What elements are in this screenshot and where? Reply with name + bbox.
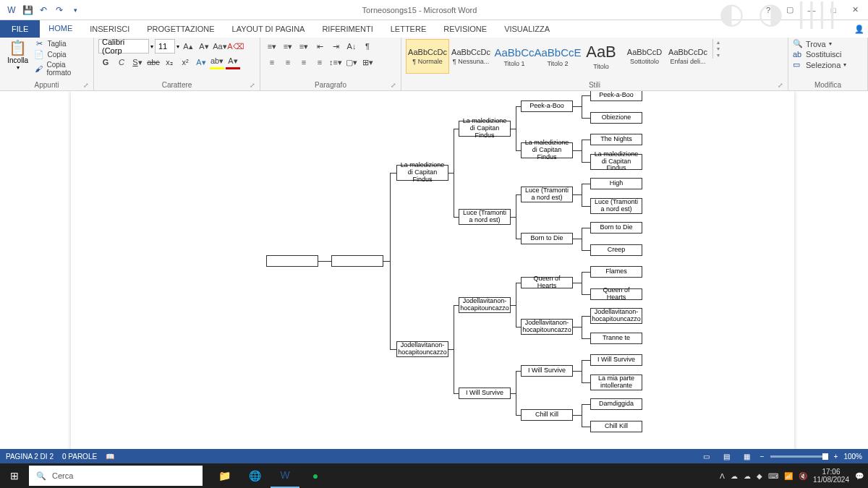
style-item-3[interactable]: AaBbCcETitolo 2 — [536, 39, 579, 74]
zoom-level[interactable]: 100% — [843, 453, 862, 461]
tray-weather-icon[interactable]: ☁ — [731, 472, 738, 480]
tray-volume-icon[interactable]: 🔇 — [799, 472, 807, 480]
copy-button[interactable]: 📄Copia — [34, 50, 89, 59]
page-indicator[interactable]: PAGINA 2 DI 2 — [6, 453, 54, 461]
italic-button[interactable]: C — [114, 55, 129, 69]
bracket-r4-1: Luce (Tramonti a nord est) — [459, 209, 511, 225]
borders-button[interactable]: ⊞▾ — [360, 55, 375, 69]
cut-button[interactable]: ✂Taglia — [34, 39, 89, 48]
start-button[interactable]: ⊞ — [0, 470, 29, 481]
bracket-winner — [266, 255, 318, 267]
app-file-explorer[interactable]: 📁 — [210, 463, 239, 488]
font-name-select[interactable]: Calibri (Corp — [98, 39, 149, 53]
style-item-6[interactable]: AaBbCcDcEnfasi deli... — [666, 39, 710, 74]
zoom-in-icon[interactable]: + — [834, 453, 838, 461]
read-mode-icon[interactable]: ▭ — [699, 450, 714, 462]
styles-more[interactable]: ▴▾▾ — [712, 39, 723, 59]
line-spacing-button[interactable]: ↕≡▾ — [328, 55, 343, 69]
grow-font-icon[interactable]: A▴ — [181, 39, 195, 53]
align-center-button[interactable]: ≡ — [281, 55, 295, 69]
tab-file[interactable]: FILE — [0, 20, 40, 38]
align-right-button[interactable]: ≡ — [297, 55, 311, 69]
increase-indent-button[interactable]: ⇥ — [328, 39, 343, 53]
tab-home[interactable]: HOME — [40, 20, 81, 38]
save-icon[interactable]: 💾 — [22, 4, 33, 16]
undo-icon[interactable]: ↶ — [38, 4, 49, 16]
tray-wifi-icon[interactable]: 📶 — [784, 472, 793, 480]
tab-design[interactable]: PROGETTAZIONE — [138, 20, 223, 38]
tab-layout[interactable]: LAYOUT DI PAGINA — [224, 20, 314, 38]
tray-clock[interactable]: 17:06 11/08/2024 — [813, 468, 849, 484]
word-count[interactable]: 0 PAROLE — [62, 453, 97, 461]
justify-button[interactable]: ≡ — [312, 55, 327, 69]
font-size-select[interactable]: 11 — [155, 39, 175, 53]
taskbar-search[interactable]: 🔍 Cerca — [29, 466, 203, 486]
styles-gallery[interactable]: AaBbCcDc¶ NormaleAaBbCcDc¶ Nessuna...AaB… — [406, 39, 710, 74]
bracket-r16-15: Chill Kill — [590, 421, 642, 432]
document-area[interactable]: Peek-a-BooObiezioneThe NightsLa maledizi… — [0, 91, 868, 463]
tray-lang-icon[interactable]: ⌨ — [768, 472, 778, 480]
zoom-slider[interactable] — [770, 455, 828, 458]
format-painter-button[interactable]: 🖌Copia formato — [34, 61, 89, 77]
tray-onedrive-icon[interactable]: ☁ — [744, 472, 751, 480]
text-effects-button[interactable]: A▾ — [194, 55, 208, 69]
paste-icon: 📋 — [9, 39, 27, 56]
underline-button[interactable]: S▾ — [130, 55, 145, 69]
style-item-2[interactable]: AaBbCcTitolo 1 — [493, 39, 536, 74]
subscript-button[interactable]: x₂ — [162, 55, 176, 69]
tab-review[interactable]: REVISIONE — [435, 20, 495, 38]
web-layout-icon[interactable]: ▦ — [740, 450, 754, 462]
style-item-1[interactable]: AaBbCcDc¶ Nessuna... — [449, 39, 493, 74]
redo-icon[interactable]: ↷ — [54, 4, 65, 16]
bullets-button[interactable]: ≡▾ — [265, 39, 279, 53]
tab-references[interactable]: RIFERIMENTI — [313, 20, 381, 38]
highlight-button[interactable]: ab▾ — [210, 55, 224, 69]
shrink-font-icon[interactable]: A▾ — [197, 39, 211, 53]
paste-dropdown-icon[interactable]: ▾ — [17, 64, 20, 71]
clear-format-icon[interactable]: A⌫ — [229, 39, 243, 53]
bold-button[interactable]: G — [98, 55, 113, 69]
bracket-r8-5: Jodellavitanon-hocapitouncazzo — [521, 319, 573, 335]
zoom-out-icon[interactable]: − — [760, 453, 765, 461]
change-case-icon[interactable]: Aa▾ — [213, 39, 227, 53]
font-launcher-icon[interactable]: ⤢ — [250, 82, 255, 89]
align-left-button[interactable]: ≡ — [265, 55, 279, 69]
paragraph-launcher-icon[interactable]: ⤢ — [391, 82, 396, 89]
superscript-button[interactable]: x² — [178, 55, 192, 69]
find-button[interactable]: 🔍Trova▾ — [793, 39, 846, 48]
style-item-5[interactable]: AaBbCcDSottotitolo — [623, 39, 666, 74]
tab-view[interactable]: VISUALIZZA — [495, 20, 558, 38]
close-icon[interactable]: ✕ — [845, 3, 865, 17]
styles-launcher-icon[interactable]: ⤢ — [778, 82, 783, 89]
numbering-button[interactable]: ≡▾ — [281, 39, 295, 53]
style-item-0[interactable]: AaBbCcDc¶ Normale — [406, 39, 449, 74]
tray-notifications-icon[interactable]: 💬 — [855, 472, 864, 480]
tab-mailings[interactable]: LETTERE — [382, 20, 435, 38]
style-item-4[interactable]: AaBTitolo — [579, 39, 623, 74]
proofing-icon[interactable]: 📖 — [106, 453, 114, 461]
app-spotify[interactable]: ● — [301, 463, 330, 488]
clipboard-launcher-icon[interactable]: ⤢ — [83, 82, 89, 89]
app-chrome[interactable]: 🌐 — [240, 463, 269, 488]
qat-more-icon[interactable]: ▾ — [69, 4, 81, 16]
paste-button[interactable]: 📋 Incolla ▾ — [4, 39, 31, 71]
bracket-r16-5: Luce (Tramonti a nord est) — [590, 198, 642, 214]
print-layout-icon[interactable]: ▤ — [720, 450, 734, 462]
bracket-r8-3: Born to Die — [521, 233, 573, 244]
decrease-indent-button[interactable]: ⇤ — [312, 39, 327, 53]
tray-app-icon[interactable]: ◆ — [757, 472, 762, 480]
sort-button[interactable]: A↓ — [344, 39, 359, 53]
shading-button[interactable]: ▢▾ — [344, 55, 359, 69]
select-button[interactable]: ▭Seleziona▾ — [793, 60, 846, 69]
strike-button[interactable]: abc — [146, 55, 161, 69]
font-color-button[interactable]: A▾ — [226, 55, 240, 69]
multilevel-button[interactable]: ≡▾ — [297, 39, 311, 53]
account-icon[interactable]: 👤 — [851, 20, 868, 38]
bracket-r16-12: I Will Survive — [590, 354, 642, 366]
show-marks-button[interactable]: ¶ — [360, 39, 375, 53]
replace-button[interactable]: abSostituisci — [793, 50, 846, 59]
app-word[interactable]: W — [271, 463, 299, 488]
tab-insert[interactable]: INSERISCI — [81, 20, 138, 38]
bracket-r8-6: I Will Survive — [521, 365, 573, 377]
tray-chevron-icon[interactable]: ᐱ — [720, 472, 725, 480]
